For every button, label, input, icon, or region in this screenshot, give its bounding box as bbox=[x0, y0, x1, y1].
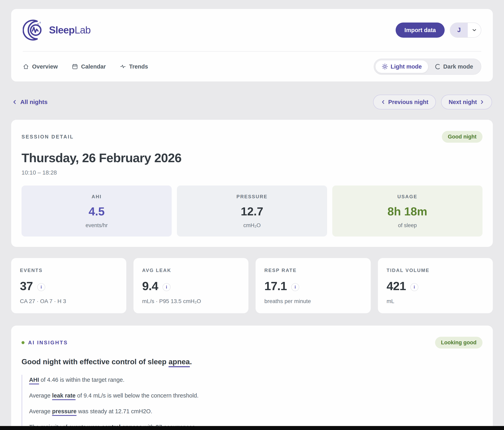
all-nights-back-link[interactable]: All nights bbox=[12, 99, 48, 105]
ai-headline-suffix: . bbox=[190, 358, 192, 366]
stat-detail: breaths per minute bbox=[264, 298, 362, 304]
header-top-row: z z SleepLab Import data J bbox=[23, 9, 481, 51]
insight-text: of 9.4 mL/s is well below the concern th… bbox=[75, 392, 198, 399]
apnea-term-link[interactable]: apnea bbox=[169, 358, 190, 366]
previous-night-button[interactable]: Previous night bbox=[373, 95, 436, 110]
metric-tiles: AHI 4.5 events/hr PRESSURE 12.7 cmH₂O US… bbox=[21, 185, 483, 237]
tile-value: 4.5 bbox=[26, 205, 168, 218]
dark-mode-button[interactable]: Dark mode bbox=[428, 60, 479, 73]
sun-icon bbox=[382, 64, 388, 70]
page: z z SleepLab Import data J Ov bbox=[0, 0, 504, 430]
session-eyebrow: SESSION DETAIL bbox=[21, 134, 74, 140]
ai-insights-card: AI INSIGHTS Looking good Good night with… bbox=[11, 326, 493, 430]
stat-label: RESP RATE bbox=[264, 268, 362, 273]
chevron-down-icon bbox=[468, 23, 481, 37]
stat-label: EVENTS bbox=[20, 268, 117, 273]
stat-detail: mL bbox=[387, 298, 484, 304]
stat-label: TIDAL VOLUME bbox=[387, 268, 484, 273]
user-menu[interactable]: J bbox=[450, 23, 481, 38]
dark-mode-label: Dark mode bbox=[443, 63, 473, 70]
tab-overview[interactable]: Overview bbox=[23, 63, 58, 70]
tab-calendar[interactable]: Calendar bbox=[72, 63, 106, 70]
sleeplab-moon-logo-icon: z z bbox=[23, 19, 45, 41]
brand-name: SleepLab bbox=[49, 24, 91, 36]
previous-night-label: Previous night bbox=[388, 99, 428, 105]
tile-label: PRESSURE bbox=[181, 194, 323, 200]
tile-unit: cmH₂O bbox=[181, 222, 323, 229]
night-pager: Previous night Next night bbox=[373, 95, 492, 110]
calendar-icon bbox=[72, 63, 78, 70]
header-actions: Import data J bbox=[396, 23, 481, 38]
brand-name-bold: Sleep bbox=[49, 25, 74, 36]
tile-usage: USAGE 8h 18m of sleep bbox=[332, 185, 483, 237]
insight-item: Average pressure was steady at 12.71 cmH… bbox=[29, 407, 483, 415]
ai-status-badge: Looking good bbox=[435, 337, 483, 348]
session-card-head: SESSION DETAIL Good night bbox=[21, 131, 483, 143]
insight-item: Average leak rate of 9.4 mL/s is well be… bbox=[29, 392, 483, 400]
tile-value: 12.7 bbox=[181, 205, 323, 218]
app-header: z z SleepLab Import data J Ov bbox=[11, 9, 493, 82]
app-logo: z z SleepLab bbox=[23, 19, 91, 41]
insight-text: Average bbox=[29, 408, 52, 414]
stat-card-avg-leak: AVG LEAK 9.4 i mL/s · P95 13.5 cmH₂O bbox=[134, 258, 249, 313]
back-link-label: All nights bbox=[20, 99, 48, 105]
tile-unit: events/hr bbox=[26, 222, 168, 229]
bottom-screen-edge bbox=[0, 426, 504, 430]
info-icon[interactable]: i bbox=[37, 283, 45, 291]
light-mode-label: Light mode bbox=[391, 63, 422, 70]
tab-label: Trends bbox=[129, 63, 148, 70]
stat-value: 17.1 bbox=[264, 279, 287, 293]
green-status-dot-icon bbox=[21, 341, 25, 344]
tab-label: Overview bbox=[32, 63, 58, 70]
stat-card-tidal-volume: TIDAL VOLUME 421 i mL bbox=[378, 258, 493, 313]
tile-ahi: AHI 4.5 events/hr bbox=[21, 185, 172, 237]
tile-value: 8h 18m bbox=[336, 205, 478, 218]
insight-item: AHI of 4.46 is within the target range. bbox=[29, 376, 483, 384]
status-badge: Good night bbox=[442, 131, 483, 143]
svg-text:z: z bbox=[39, 21, 41, 24]
light-mode-button[interactable]: Light mode bbox=[376, 60, 428, 73]
next-night-button[interactable]: Next night bbox=[441, 95, 492, 110]
stat-value: 9.4 bbox=[142, 279, 158, 293]
chevron-left-icon bbox=[12, 99, 18, 105]
stat-label: AVG LEAK bbox=[142, 268, 240, 273]
brand-name-light: Lab bbox=[74, 25, 90, 36]
tile-label: AHI bbox=[26, 194, 168, 200]
insight-text: Average bbox=[29, 392, 52, 399]
next-night-label: Next night bbox=[449, 99, 477, 105]
leak-rate-term-link[interactable]: leak rate bbox=[52, 392, 76, 399]
stat-detail: CA 27 · OA 7 · H 3 bbox=[20, 298, 117, 304]
tile-pressure: PRESSURE 12.7 cmH₂O bbox=[177, 185, 327, 237]
insight-text: of 4.46 is within the target range. bbox=[39, 377, 125, 383]
tab-trends[interactable]: Trends bbox=[120, 63, 148, 70]
stat-value: 37 bbox=[20, 279, 33, 293]
insight-list: AHI of 4.46 is within the target range. … bbox=[21, 375, 483, 430]
stat-detail: mL/s · P95 13.5 cmH₂O bbox=[142, 298, 240, 304]
tile-unit: of sleep bbox=[336, 222, 478, 229]
session-subnav: All nights Previous night Next night bbox=[12, 95, 492, 110]
ai-insights-eyebrow: AI INSIGHTS bbox=[28, 339, 68, 346]
pressure-term-link[interactable]: pressure bbox=[52, 408, 77, 414]
info-icon[interactable]: i bbox=[162, 283, 171, 291]
ahi-term-link[interactable]: AHI bbox=[29, 377, 39, 383]
import-data-button[interactable]: Import data bbox=[396, 23, 445, 38]
stat-card-events: EVENTS 37 i CA 27 · OA 7 · H 3 bbox=[11, 258, 126, 313]
chevron-left-icon bbox=[381, 100, 386, 105]
tile-label: USAGE bbox=[336, 194, 478, 200]
header-nav-row: Overview Calendar Trends Light mode bbox=[23, 52, 481, 82]
theme-toggle: Light mode Dark mode bbox=[374, 59, 481, 75]
info-icon[interactable]: i bbox=[410, 283, 418, 291]
stats-row: EVENTS 37 i CA 27 · OA 7 · H 3 AVG LEAK … bbox=[11, 258, 493, 313]
ai-headline: Good night with effective control of sle… bbox=[21, 358, 483, 366]
moon-icon bbox=[434, 64, 441, 70]
ai-headline-prefix: Good night with effective control of sle… bbox=[21, 358, 169, 366]
ai-card-head: AI INSIGHTS Looking good bbox=[21, 337, 483, 348]
avatar: J bbox=[450, 23, 468, 37]
home-icon bbox=[23, 63, 29, 70]
page-title: Thursday, 26 February 2026 bbox=[21, 151, 483, 165]
stat-card-resp-rate: RESP RATE 17.1 i breaths per minute bbox=[256, 258, 371, 313]
session-time-range: 10:10 – 18:28 bbox=[21, 169, 483, 176]
insight-text: was steady at 12.71 cmH2O. bbox=[76, 408, 152, 414]
info-icon[interactable]: i bbox=[291, 283, 299, 291]
session-detail-card: SESSION DETAIL Good night Thursday, 26 F… bbox=[11, 120, 493, 247]
